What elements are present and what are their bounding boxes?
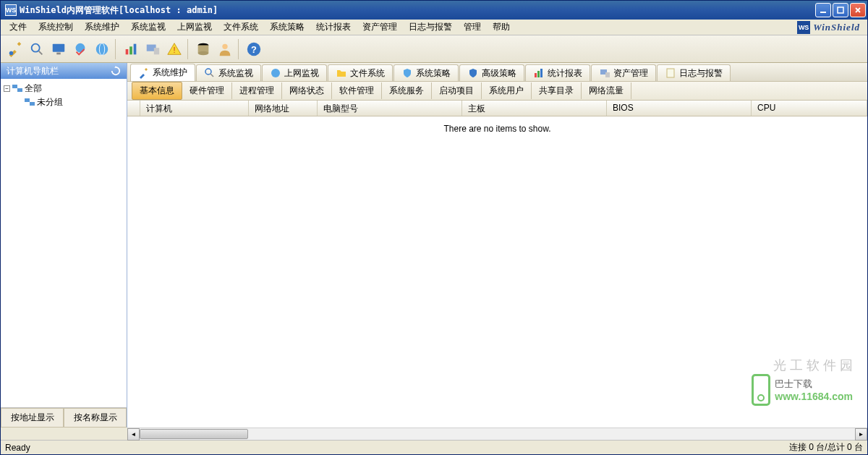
document-icon bbox=[665, 67, 676, 79]
tool-btn-9[interactable] bbox=[193, 39, 213, 59]
tool-btn-2[interactable] bbox=[27, 39, 47, 59]
menu-file[interactable]: 文件 bbox=[4, 20, 33, 35]
sidebar-tab-by-name[interactable]: 按名称显示 bbox=[64, 408, 127, 428]
scroll-right-button[interactable]: ► bbox=[855, 428, 867, 441]
menu-system-maintenance[interactable]: 系统维护 bbox=[79, 20, 125, 35]
tool-btn-3[interactable] bbox=[48, 39, 69, 59]
tab-system-policy[interactable]: 系统策略 bbox=[393, 64, 459, 81]
subtab-hardware[interactable]: 硬件管理 bbox=[182, 82, 232, 99]
svg-point-26 bbox=[271, 69, 280, 77]
menu-help[interactable]: 帮助 bbox=[487, 20, 516, 35]
menu-log-alarm[interactable]: 日志与报警 bbox=[403, 20, 458, 35]
chart-icon bbox=[123, 41, 139, 57]
svg-rect-10 bbox=[129, 46, 132, 54]
tool-btn-5[interactable] bbox=[92, 39, 112, 59]
tab-label: 系统维护 bbox=[153, 67, 187, 79]
tab-log-alarm[interactable]: 日志与报警 bbox=[657, 64, 731, 81]
sidebar-header-label: 计算机导航栏 bbox=[7, 65, 59, 77]
main-area: 系统维护 系统监视 上网监视 文件系统 系统策略 高级策略 统计报表 资产管理 … bbox=[127, 63, 867, 428]
warning-icon: ! bbox=[166, 41, 182, 57]
grid-col-computer[interactable]: 计算机 bbox=[140, 101, 249, 116]
subtab-system-user[interactable]: 系统用户 bbox=[482, 82, 532, 99]
svg-rect-11 bbox=[134, 43, 137, 54]
menu-system-policy[interactable]: 系统策略 bbox=[264, 20, 310, 35]
tool-btn-6[interactable] bbox=[121, 39, 141, 59]
search-icon bbox=[204, 67, 216, 79]
tool-btn-help[interactable]: ? bbox=[244, 39, 264, 59]
menu-system-monitor[interactable]: 系统监视 bbox=[125, 20, 171, 35]
menu-system-control[interactable]: 系统控制 bbox=[33, 20, 79, 35]
tool-btn-10[interactable] bbox=[215, 39, 235, 59]
grid-col-model[interactable]: 电脑型号 bbox=[318, 101, 462, 116]
tab-label: 统计报表 bbox=[548, 67, 582, 80]
tab-file-system[interactable]: 文件系统 bbox=[328, 64, 393, 81]
subtab-network-status[interactable]: 网络状态 bbox=[282, 82, 332, 99]
grid-col-icon[interactable] bbox=[127, 101, 140, 116]
grid-col-motherboard[interactable]: 主板 bbox=[462, 101, 607, 116]
menu-internet-monitor[interactable]: 上网监视 bbox=[171, 20, 218, 35]
svg-point-25 bbox=[205, 69, 211, 75]
grid-body[interactable]: There are no items to show. 光 工 软 件 园 巴士… bbox=[127, 116, 867, 428]
status-left: Ready bbox=[5, 443, 789, 453]
subtab-shared-dir[interactable]: 共享目录 bbox=[532, 82, 582, 99]
scroll-track[interactable] bbox=[140, 428, 855, 440]
grid-header: 计算机 网络地址 电脑型号 主板 BIOS CPU bbox=[127, 101, 867, 116]
menu-stats-report[interactable]: 统计报表 bbox=[310, 20, 357, 35]
scroll-left-button[interactable]: ◄ bbox=[127, 428, 140, 441]
tab-label: 系统策略 bbox=[416, 67, 451, 80]
grid-col-bios[interactable]: BIOS bbox=[607, 101, 752, 116]
svg-point-17 bbox=[198, 51, 209, 55]
body-area: 计算机导航栏 − 全部 未分组 按地址显示 按名称显示 bbox=[1, 63, 867, 428]
subtab-system-service[interactable]: 系统服务 bbox=[382, 82, 432, 99]
wrench-icon bbox=[138, 67, 150, 79]
tab-system-maintenance[interactable]: 系统维护 bbox=[130, 64, 195, 81]
app-icon: WS bbox=[5, 4, 17, 16]
tree-collapse-icon[interactable]: − bbox=[4, 85, 10, 92]
toolbar: ! ? bbox=[1, 35, 867, 63]
titlebar[interactable]: WS WinShield内网管理软件[localhost : admin] bbox=[1, 1, 867, 20]
brand-area: WS WinShield bbox=[797, 21, 864, 34]
tool-btn-4[interactable] bbox=[70, 39, 90, 59]
subtab-process[interactable]: 进程管理 bbox=[232, 82, 282, 99]
subtab-basic-info[interactable]: 基本信息 bbox=[132, 82, 182, 100]
scroll-thumb[interactable] bbox=[140, 429, 248, 439]
shield-plus-icon bbox=[467, 67, 479, 79]
svg-rect-0 bbox=[820, 12, 826, 13]
grid-col-network-address[interactable]: 网络地址 bbox=[249, 101, 318, 116]
maximize-button[interactable] bbox=[833, 3, 848, 17]
minimize-button[interactable] bbox=[815, 3, 831, 17]
menu-file-system[interactable]: 文件系统 bbox=[218, 20, 264, 35]
tab-advanced-policy[interactable]: 高级策略 bbox=[459, 64, 524, 81]
sidebar-tab-by-address[interactable]: 按地址显示 bbox=[1, 408, 64, 428]
tab-stats-report[interactable]: 统计报表 bbox=[525, 64, 590, 81]
menu-asset-management[interactable]: 资产管理 bbox=[357, 20, 403, 35]
status-right: 连接 0 台/总计 0 台 bbox=[789, 441, 863, 454]
svg-rect-23 bbox=[25, 98, 30, 102]
tool-btn-8[interactable]: ! bbox=[164, 39, 184, 59]
menubar: 文件 系统控制 系统维护 系统监视 上网监视 文件系统 系统策略 统计报表 资产… bbox=[1, 20, 867, 35]
folder-icon bbox=[336, 67, 347, 79]
computer-tree[interactable]: − 全部 未分组 bbox=[1, 79, 127, 407]
database-icon bbox=[195, 41, 211, 57]
tree-root-label: 全部 bbox=[25, 82, 42, 95]
horizontal-scrollbar[interactable]: ◄ ► bbox=[127, 428, 867, 440]
tab-asset-management[interactable]: 资产管理 bbox=[591, 64, 656, 81]
refresh-icon[interactable] bbox=[111, 66, 121, 76]
subtab-startup[interactable]: 启动项目 bbox=[432, 82, 482, 99]
tab-label: 日志与报警 bbox=[679, 67, 723, 80]
brand-text: WinShield bbox=[813, 22, 860, 33]
computers-icon bbox=[12, 83, 23, 95]
tree-child-row[interactable]: 未分组 bbox=[2, 95, 125, 109]
tab-system-monitor[interactable]: 系统监视 bbox=[196, 64, 261, 81]
subtab-software[interactable]: 软件管理 bbox=[332, 82, 382, 99]
svg-rect-5 bbox=[56, 52, 61, 54]
window-title: WinShield内网管理软件[localhost : admin] bbox=[20, 4, 815, 17]
tree-root-row[interactable]: − 全部 bbox=[2, 82, 125, 95]
subtab-network-traffic[interactable]: 网络流量 bbox=[582, 82, 631, 99]
grid-col-cpu[interactable]: CPU bbox=[752, 101, 867, 116]
tool-btn-1[interactable] bbox=[5, 39, 25, 59]
tool-btn-7[interactable] bbox=[142, 39, 163, 59]
tab-internet-monitor[interactable]: 上网监视 bbox=[262, 64, 327, 81]
menu-manage[interactable]: 管理 bbox=[458, 20, 487, 35]
close-button[interactable] bbox=[850, 3, 866, 17]
